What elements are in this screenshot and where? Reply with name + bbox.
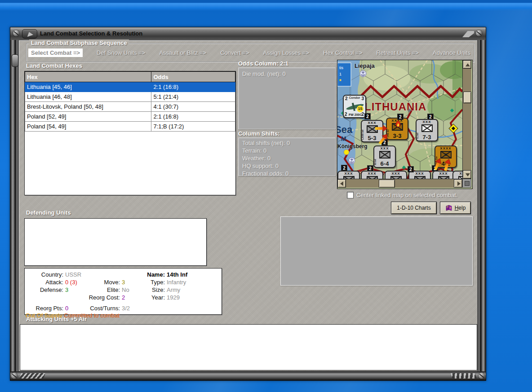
subphase-item: Convert => xyxy=(220,49,249,56)
unit-counter-selected[interactable]: XXXX 14th Inf 3-3 xyxy=(386,118,408,140)
subphase-item: Assign Losses => xyxy=(263,49,309,56)
combat-hex-row[interactable]: Lithuania [45, 46]2:1 (16:8) xyxy=(25,82,235,92)
air-unit-attack: 3 xyxy=(361,96,364,101)
column-shift-line: HQ support: 0 xyxy=(242,162,332,170)
reorg-cost-label: Reorg Cost: xyxy=(79,294,120,301)
city-marker xyxy=(344,150,349,155)
column-shifts-panel: Total shifts (net): 0Terrain: 0Weather: … xyxy=(238,137,336,176)
subphase-item: Assault or Blitz => xyxy=(159,49,206,56)
window-frame-right xyxy=(478,40,486,371)
unit-counter[interactable]: XXX xyxy=(337,171,360,179)
type-label: Type: xyxy=(134,279,165,286)
combat-hex-row[interactable]: Poland [54, 49]7:1;B (17:2) xyxy=(25,122,235,132)
land-combat-window: Land Combat Selection & Resolution Land … xyxy=(10,27,486,381)
frame-latch xyxy=(12,54,18,67)
cost-turns-value: 3/2 xyxy=(122,305,130,312)
year-label: Year: xyxy=(134,294,165,301)
elite-value: No xyxy=(122,286,129,293)
vertical-scroll-thumb[interactable] xyxy=(463,92,471,103)
horizontal-scroll-thumb[interactable] xyxy=(379,180,395,188)
infantry-symbol xyxy=(440,151,452,159)
unit-counter[interactable]: XXX xyxy=(452,171,462,179)
charts-button-label: 1-D-10 Charts xyxy=(397,205,430,211)
column-shifts-title: Column Shifts: xyxy=(238,130,279,137)
combat-hex-row[interactable]: Lithuania [46, 48]5:1 (21:4) xyxy=(25,92,235,102)
screw-icon xyxy=(476,30,482,36)
combat-hexes-header: Hex Odds xyxy=(25,72,235,82)
column-shift-line: Terrain: 0 xyxy=(242,147,332,154)
svg-text:*: * xyxy=(339,78,341,84)
subphase-item: Select Combat => xyxy=(28,48,83,57)
unit-counter[interactable]: XXX XII Inf 6-4 xyxy=(373,145,396,168)
subphase-item: Hex Control => xyxy=(323,49,362,56)
move-value: 3 xyxy=(122,279,125,286)
reorg-pts-label: Reorg Pts: xyxy=(27,305,63,312)
stack-marker: 2 xyxy=(381,139,388,145)
titlebar[interactable]: Land Combat Selection & Resolution xyxy=(10,27,486,40)
stack-marker: 2 xyxy=(408,166,414,172)
combat-hexes-table: Hex Odds Lithuania [45, 46]2:1 (16:8)Lit… xyxy=(25,71,235,132)
unit-counter[interactable]: XXX xyxy=(385,171,407,179)
size-value: Army xyxy=(167,286,180,293)
unit-counter[interactable]: XXX 51 Inf 7-3 xyxy=(416,119,438,141)
country-value: USSR xyxy=(65,271,81,278)
subphase-groupbox: Land Combat Subphase Sequence Select Com… xyxy=(26,43,474,62)
center-map-option[interactable]: Center linked map on selected combat. xyxy=(347,192,457,198)
port-anchor-icon xyxy=(349,158,355,164)
attacking-units-title: Attacking Units +5 Air xyxy=(26,316,87,322)
reorg-pts-value: 0 xyxy=(65,305,68,312)
cost-turns-label: Cost/Turns: xyxy=(79,305,120,312)
move-label: Move: xyxy=(79,279,120,286)
unit-counter[interactable]: XXX LXXIV Inf 5-3 xyxy=(361,120,383,142)
scroll-left-button[interactable] xyxy=(337,179,346,188)
combat-hex-row[interactable]: Poland [52, 49]2:1 (16:8) xyxy=(25,112,235,122)
linked-map-widget: LITHUANIA Liepaja Sea M Königsberg EAST … xyxy=(337,60,473,189)
defending-units-listbox[interactable] xyxy=(24,218,207,266)
die-mod-line: Die mod. (net): 0 xyxy=(242,70,332,78)
unit-counter[interactable]: XXX xyxy=(361,171,383,179)
center-map-checkbox[interactable] xyxy=(347,192,354,198)
scrollbar-corner xyxy=(462,179,471,188)
selected-units-panel xyxy=(280,216,473,286)
combat-hexes-listbox[interactable]: Hex Odds Lithuania [45, 46]2:1 (16:8)Lit… xyxy=(24,71,236,195)
map-city-liepaja: Liepaja xyxy=(355,62,375,69)
column-shift-line: Weather: 0 xyxy=(242,154,332,162)
infantry-symbol xyxy=(367,125,378,133)
system-menu-button[interactable] xyxy=(22,29,37,39)
scroll-down-button[interactable] xyxy=(463,170,471,179)
name-value: 14th Inf xyxy=(167,271,187,278)
air-unit-counter[interactable]: 2 Condor 3 15 2 FW 200C 2 xyxy=(343,95,366,118)
combat-hexes-body: Lithuania [45, 46]2:1 (16:8)Lithuania [4… xyxy=(25,82,235,132)
attacking-units-listbox[interactable] xyxy=(20,324,477,370)
scroll-up-button[interactable] xyxy=(463,60,471,69)
map-horizontal-scrollbar[interactable] xyxy=(337,179,462,188)
help-button[interactable]: Help xyxy=(440,202,471,214)
stack-marker: 2 xyxy=(367,165,373,172)
odds-column-header[interactable]: Odds xyxy=(151,72,235,82)
infantry-symbol xyxy=(421,124,433,132)
year-value: 1929 xyxy=(167,294,180,301)
map-country-label: LITHUANIA xyxy=(364,101,426,113)
unit-counter[interactable]: XXXX 34th Ger 4-1 xyxy=(434,145,457,168)
stack-marker: 2 xyxy=(341,165,347,171)
subphase-list: Select Combat =>Def Snow Units =>Assault… xyxy=(28,48,470,57)
client-area: Land Combat Subphase Sequence Select Com… xyxy=(18,40,478,371)
air-unit-value: 2 xyxy=(361,112,364,117)
stack-marker: 2 xyxy=(432,165,438,172)
type-value: Infantry xyxy=(167,279,186,286)
charts-button[interactable]: 1-D-10 Charts xyxy=(391,202,437,214)
window-frame-left xyxy=(10,40,18,371)
defense-value: 3 xyxy=(65,286,68,293)
hex-column-header[interactable]: Hex xyxy=(25,72,151,82)
window-title: Land Combat Selection & Resolution xyxy=(40,30,142,37)
combat-hex-row[interactable]: Brest-Litovsk, Poland [50, 48]4:1 (30:7) xyxy=(25,102,235,112)
country-label: Country: xyxy=(27,271,63,278)
scroll-right-button[interactable] xyxy=(454,179,462,188)
map-vertical-scrollbar[interactable] xyxy=(462,60,471,179)
column-shift-line: Total shifts (net): 0 xyxy=(242,139,332,147)
screw-icon xyxy=(479,373,485,379)
linked-map[interactable]: LITHUANIA Liepaja Sea M Königsberg EAST … xyxy=(337,60,462,179)
subphase-group-title: Land Combat Subphase Sequence xyxy=(29,40,129,46)
help-button-label: Help xyxy=(455,205,466,211)
titlebar-decor xyxy=(462,31,474,37)
